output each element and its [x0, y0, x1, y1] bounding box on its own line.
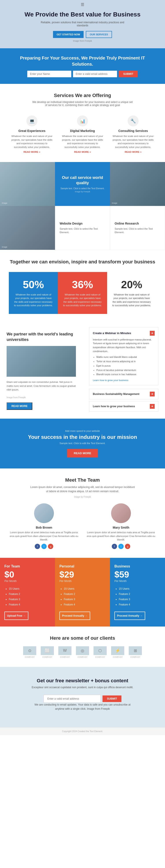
- price-card-0: For Team $0 Per Month 15 Users Feature 2…: [0, 558, 55, 626]
- logo-label-1: COMPANY: [43, 656, 52, 658]
- logo-label-2: COMPANY: [60, 656, 70, 658]
- team-desc-0: Lorem ipsum dolor sit amet delectus mala…: [9, 531, 79, 541]
- service-desc-0: Whatever the scale and nature of your pr…: [11, 134, 53, 149]
- accordion-label-0: Business Sustainability Management: [93, 393, 139, 396]
- webinar-expand-icon[interactable]: +: [150, 331, 155, 336]
- newsletter-body: Excepteur sint occaecat cupidatat non pr…: [30, 685, 135, 689]
- partners-read-more-button[interactable]: READ MORE: [7, 402, 32, 410]
- webinar-card-title: Create a Webinar in Minutes: [93, 332, 131, 335]
- mosaic-img-2: Image: [110, 162, 165, 206]
- mosaic-center-title: Our call service world quality: [59, 175, 106, 186]
- clients-logos: ⊙ COMPANY ⬜ COMPANY W COMPANY ◎ COMPANY …: [9, 646, 156, 658]
- list-item: Feature 3: [119, 597, 161, 602]
- mission-section: Add more speed to your website Your succ…: [0, 418, 165, 468]
- logo-label-4: COMPANY: [95, 656, 105, 658]
- hamburger-menu-icon[interactable]: ☰: [81, 2, 84, 7]
- price-label-0: For Team: [4, 564, 51, 568]
- email-input[interactable]: [73, 71, 117, 77]
- googleplus-icon-0[interactable]: g: [48, 544, 53, 549]
- stats-grid: 50% Whatever the scale and nature of you…: [9, 272, 156, 314]
- clients-section: Here are some of our clients ⊙ COMPANY ⬜…: [0, 626, 165, 667]
- webinar-link[interactable]: Learn how to grow your business: [93, 379, 155, 381]
- partners-body: Etiam sed vulputate ex non consectetur p…: [7, 380, 76, 392]
- stat-desc-1: Whatever the scale and nature of your pr…: [62, 293, 103, 307]
- logo-shape-1: ⬜: [41, 646, 54, 655]
- team-title: Meet The Team: [9, 477, 156, 483]
- price-features-0: 15 Users Feature 2 Feature 3 Feature 4: [4, 586, 51, 607]
- list-item: Feature 4: [9, 602, 51, 607]
- service-desc-2: Whatever the scale and nature of your pr…: [112, 134, 154, 149]
- submit-button[interactable]: SUBMIT: [119, 71, 138, 77]
- logo-label-0: COMPANY: [25, 656, 35, 658]
- partners-img-label: Image from Freepik: [7, 396, 26, 399]
- stat-desc-2: Whatever the scale and nature of your pr…: [112, 293, 152, 307]
- facebook-icon-0[interactable]: f: [35, 544, 40, 549]
- client-logo-2: W COMPANY: [58, 646, 72, 658]
- price-btn-1[interactable]: Proceed Annually →: [59, 612, 90, 620]
- twitter-icon-0[interactable]: t: [42, 544, 47, 549]
- newsletter-email-input[interactable]: [44, 695, 101, 703]
- list-item: Mattis nunc sed blandit libero vulputat: [97, 355, 155, 359]
- pricing-section: For Team $0 Per Month 15 Users Feature 2…: [0, 558, 165, 626]
- service-icon-0: 💻: [26, 116, 37, 126]
- webinar-card: Create a Webinar in Minutes + Interdum v…: [89, 327, 158, 385]
- list-item: Feature 2: [119, 591, 161, 597]
- service-title-0: Great Experiences: [11, 129, 53, 133]
- hero-subtitle: Reliable, proven solutions that meet int…: [41, 21, 124, 27]
- client-logo-0: ⊙ COMPANY: [23, 646, 36, 658]
- mission-read-more-button[interactable]: READ MORE: [67, 449, 98, 458]
- stat-desc-0: Whatever the scale and nature of your pr…: [13, 293, 53, 307]
- accordion-item-1[interactable]: Learn how to grow your business +: [89, 401, 158, 412]
- price-btn-0[interactable]: Upload Free →: [4, 612, 28, 620]
- partners-left: We partner with the world's leading univ…: [0, 323, 82, 418]
- stat-box-1: 36% Whatever the scale and nature of you…: [58, 272, 107, 314]
- price-features-1: 15 Users Feature 2 Feature 3 Feature 4: [59, 586, 106, 607]
- logo-shape-2: W: [58, 646, 72, 655]
- accordion-item-0[interactable]: Business Sustainability Management +: [89, 389, 158, 399]
- team-card-0: Bob Brown Lorem ipsum dolor sit amet del…: [9, 503, 79, 549]
- read-more-1[interactable]: READ MORE »: [62, 151, 103, 153]
- read-more-2[interactable]: READ MORE »: [112, 151, 154, 153]
- accordion-expand-icon-0[interactable]: +: [150, 392, 155, 397]
- webinar-list: Mattis nunc sed blandit libero vulputat …: [93, 355, 155, 377]
- client-logo-1: ⬜ COMPANY: [41, 646, 54, 658]
- logo-label-3: COMPANY: [78, 656, 87, 658]
- googleplus-icon-1[interactable]: g: [125, 544, 130, 549]
- newsletter-form: SUBMIT: [18, 695, 147, 703]
- client-logo-6: ⊞ COMPANY: [129, 646, 142, 658]
- twitter-icon-1[interactable]: t: [118, 544, 123, 549]
- logo-label-6: COMPANY: [131, 656, 140, 658]
- footer-text: Copyright 2024 Created the Text Element.: [62, 730, 103, 733]
- accordion-expand-icon-1[interactable]: +: [150, 404, 155, 409]
- list-item: Purus et lacutius pulvinar elementum: [97, 368, 155, 373]
- mosaic-website-text: Sample text. Click to select the Text El…: [60, 227, 105, 234]
- mosaic-img2-label: Image: [112, 202, 117, 204]
- newsletter-submit-button[interactable]: SUBMIT: [103, 695, 121, 702]
- get-started-button[interactable]: GET STARTED NOW: [53, 31, 84, 38]
- price-features-2: 15 Users Feature 2 Feature 3 Feature 4: [114, 586, 161, 607]
- mosaic-online-text: Sample text. Click to select the Text El…: [115, 227, 160, 234]
- partners-title: We partner with the world's leading univ…: [7, 332, 76, 342]
- list-item: Feature 2: [64, 591, 106, 597]
- mosaic-website-title: Website Design: [60, 222, 105, 225]
- our-services-button[interactable]: OUR SERVICES: [86, 31, 112, 38]
- stat-num-2: 20%: [112, 279, 152, 291]
- mosaic-img-3: Image: [0, 206, 55, 250]
- read-more-0[interactable]: READ MORE »: [11, 151, 53, 153]
- price-card-2: Business $59 Per Month 15 Users Feature …: [110, 558, 165, 626]
- team-name-0: Bob Brown: [9, 526, 79, 529]
- services-section: Services We are Offering We develop an i…: [0, 84, 165, 162]
- accordion-label-1: Learn how to grow your business: [93, 405, 135, 408]
- facebook-icon-1[interactable]: f: [112, 544, 117, 549]
- hero-section: ☰ We Provide the Best value for Business…: [0, 0, 165, 48]
- price-btn-2[interactable]: Proceed Annually →: [114, 612, 145, 620]
- mission-title: Your success in the industry is our miss…: [9, 434, 156, 440]
- webinar-card-header: Create a Webinar in Minutes +: [93, 331, 155, 336]
- mosaic-img1-label: Image: [2, 202, 7, 204]
- service-card-0: 💻 Great Experiences Whatever the scale a…: [9, 113, 55, 155]
- service-desc-1: Whatever the scale and nature of your pr…: [62, 134, 103, 149]
- name-input[interactable]: [27, 71, 71, 77]
- list-item: Feature 3: [9, 597, 51, 602]
- list-item: 15 Users: [9, 586, 51, 591]
- price-period-2: Per Month: [114, 580, 161, 583]
